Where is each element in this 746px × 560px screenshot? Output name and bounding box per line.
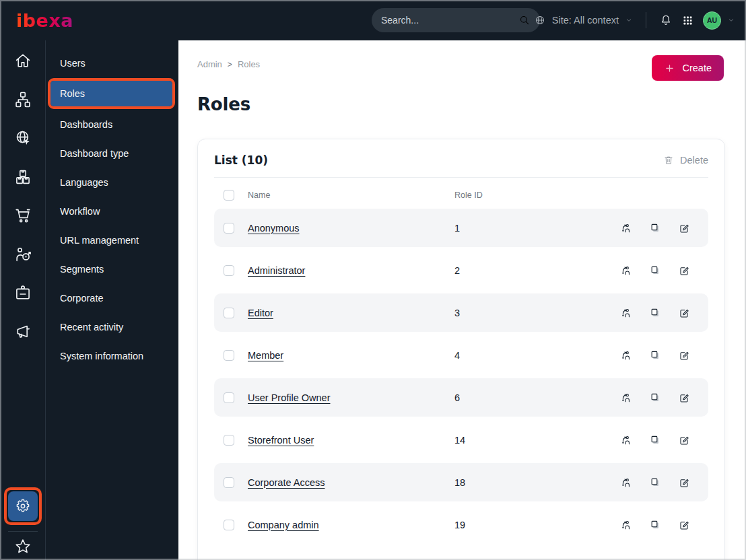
corporate-badge-icon	[13, 283, 32, 302]
edit-button[interactable]	[678, 349, 690, 361]
role-id-value: 2	[454, 265, 620, 276]
app-switcher-button[interactable]	[681, 14, 694, 27]
rail-item-admin-settings[interactable]	[8, 491, 38, 521]
edit-icon	[678, 392, 690, 404]
search-input[interactable]	[381, 15, 518, 26]
role-name-link[interactable]: Anonymous	[248, 223, 300, 234]
rail-item-bookmarks[interactable]	[13, 537, 32, 556]
rail-item-products[interactable]	[13, 168, 32, 186]
role-name-link[interactable]: Storefront User	[248, 435, 314, 446]
edit-icon	[678, 222, 690, 234]
row-checkbox[interactable]	[224, 265, 234, 276]
rail-item-corporate[interactable]	[13, 283, 32, 302]
row-checkbox[interactable]	[224, 435, 234, 446]
assign-user-button[interactable]	[620, 307, 632, 319]
rail-item-commerce[interactable]	[13, 206, 32, 225]
list-header: List (10)	[214, 153, 268, 167]
site-context-selector[interactable]: Site: All context	[534, 14, 633, 26]
assign-user-button[interactable]	[620, 477, 632, 489]
rail-item-personalization[interactable]	[13, 245, 32, 264]
ibexa-logo[interactable]: ibexa	[16, 11, 73, 30]
role-name-link[interactable]: User Profile Owner	[248, 392, 330, 403]
edit-button[interactable]	[678, 434, 690, 446]
copy-button[interactable]	[649, 477, 661, 489]
user-avatar[interactable]: AU	[703, 11, 721, 30]
role-name-link[interactable]: Corporate Access	[248, 477, 325, 488]
edit-button[interactable]	[678, 307, 690, 319]
role-name-link[interactable]: Editor	[248, 308, 273, 318]
app-grid-icon	[681, 14, 694, 27]
row-checkbox[interactable]	[224, 308, 234, 318]
product-boxes-icon	[13, 168, 32, 186]
user-menu-chevron-icon[interactable]	[727, 16, 735, 24]
sidebar-item-languages[interactable]: Languages	[46, 168, 178, 197]
gear-icon	[15, 498, 31, 514]
copy-button[interactable]	[649, 307, 661, 319]
copy-button[interactable]	[649, 519, 661, 531]
sidebar-item-dashboards[interactable]: Dashboards	[46, 110, 178, 139]
rail-item-content[interactable]	[13, 90, 32, 109]
global-search[interactable]	[372, 8, 540, 32]
rail-item-dashboard[interactable]	[13, 51, 32, 70]
row-checkbox[interactable]	[224, 520, 234, 530]
commerce-cart-icon	[13, 206, 32, 225]
assign-user-button[interactable]	[620, 222, 632, 234]
edit-button[interactable]	[678, 477, 690, 489]
assign-user-button[interactable]	[620, 392, 632, 404]
notifications-button[interactable]	[659, 13, 673, 27]
edit-icon	[678, 434, 690, 446]
sidebar-item-workflow[interactable]: Workflow	[46, 197, 178, 225]
copy-button[interactable]	[649, 265, 661, 277]
rail-item-site[interactable]	[13, 129, 32, 147]
assign-user-button[interactable]	[620, 434, 632, 446]
assign-user-icon	[620, 307, 632, 319]
sidebar-item-recent-activity[interactable]: Recent activity	[46, 312, 178, 341]
search-icon[interactable]	[518, 14, 531, 26]
trash-icon	[663, 155, 674, 166]
rail-item-marketing[interactable]	[13, 322, 32, 341]
edit-button[interactable]	[678, 392, 690, 404]
site-context-label: Site: All context	[552, 15, 619, 26]
sidebar-item-users[interactable]: Users	[46, 48, 178, 77]
copy-icon	[649, 307, 661, 319]
edit-button[interactable]	[678, 222, 690, 234]
role-name-link[interactable]: Member	[248, 350, 283, 361]
role-id-value: 3	[454, 308, 620, 318]
roles-table: Name Role ID Anonymous 1	[198, 178, 724, 560]
select-all-checkbox[interactable]	[224, 190, 234, 201]
breadcrumb-admin[interactable]: Admin	[197, 59, 222, 69]
assign-user-button[interactable]	[620, 519, 632, 531]
role-name-link[interactable]: Administrator	[248, 265, 305, 276]
row-checkbox[interactable]	[224, 477, 234, 488]
page-title: Roles	[197, 94, 746, 114]
sidebar-item-url-management[interactable]: URL management	[46, 225, 178, 254]
site-globe-cursor-icon	[13, 129, 32, 147]
breadcrumb: Admin > Roles	[197, 59, 260, 69]
delete-button[interactable]: Delete	[663, 155, 708, 166]
row-checkbox[interactable]	[224, 223, 234, 234]
row-checkbox[interactable]	[224, 350, 234, 361]
role-id-value: 4	[454, 350, 620, 361]
sidebar-item-system-information[interactable]: System information	[46, 341, 178, 370]
copy-button[interactable]	[649, 222, 661, 234]
assign-user-button[interactable]	[620, 349, 632, 361]
table-row: Member 4	[214, 336, 708, 374]
home-icon	[13, 51, 32, 70]
sidebar-item-segments[interactable]: Segments	[46, 254, 178, 283]
create-button[interactable]: Create	[652, 55, 724, 81]
assign-user-button[interactable]	[620, 265, 632, 277]
copy-button[interactable]	[649, 434, 661, 446]
row-checkbox[interactable]	[224, 392, 234, 403]
sidebar-item-roles[interactable]: Roles	[50, 81, 172, 106]
sidebar-item-corporate[interactable]: Corporate	[46, 283, 178, 312]
sidebar-item-dashboard-type[interactable]: Dashboard type	[46, 139, 178, 168]
copy-button[interactable]	[649, 349, 661, 361]
column-header-role-id: Role ID	[454, 190, 699, 200]
role-id-value: 6	[454, 392, 620, 403]
column-header-name: Name	[248, 190, 454, 200]
breadcrumb-roles: Roles	[238, 59, 260, 69]
role-name-link[interactable]: Company admin	[248, 520, 319, 530]
copy-button[interactable]	[649, 392, 661, 404]
edit-button[interactable]	[678, 265, 690, 277]
edit-button[interactable]	[678, 519, 690, 531]
